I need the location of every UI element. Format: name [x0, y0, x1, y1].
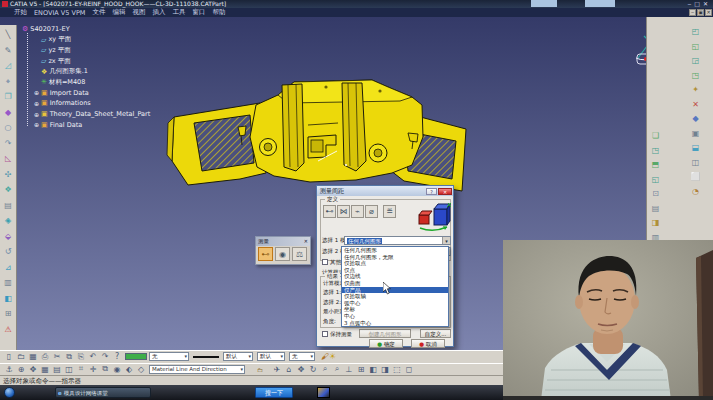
- toolbar-icon[interactable]: ○: [2, 120, 15, 136]
- tree-item[interactable]: ⊕ ▣ Final Data: [22, 119, 167, 130]
- new-icon[interactable]: ▯: [3, 352, 15, 361]
- toolbar-icon[interactable]: ⊕: [15, 365, 27, 374]
- light-icon[interactable]: ☀: [329, 352, 336, 361]
- point-style-combo[interactable]: 默认: [257, 352, 285, 361]
- media-app-icon[interactable]: [317, 387, 330, 398]
- dropdown-option[interactable]: 任何几何图形: [342, 247, 448, 254]
- menu-item[interactable]: 开始: [14, 8, 27, 17]
- expander-icon[interactable]: ⊕: [34, 121, 41, 128]
- toolbar-icon[interactable]: ⚠: [2, 322, 15, 338]
- menu-item[interactable]: ENOVIA V5 VPM: [34, 9, 85, 17]
- taskbar-app-button[interactable]: e模具设计网络课堂: [55, 387, 151, 398]
- dropdown-option[interactable]: 仅拾取点: [342, 260, 448, 267]
- fit-all-icon[interactable]: ⌂: [283, 365, 295, 374]
- toolbar-icon[interactable]: ◈: [2, 213, 15, 229]
- toolbar-icon[interactable]: ⌗: [75, 364, 87, 374]
- help-icon[interactable]: ?: [426, 188, 437, 195]
- copy-icon[interactable]: ⧉: [63, 352, 75, 362]
- tree-item[interactable]: ✳ 材料=M408: [22, 77, 167, 88]
- close-icon[interactable]: ✕: [304, 237, 308, 246]
- tree-item[interactable]: ⊕ ▣ Import Data: [22, 88, 167, 99]
- toolbar-icon[interactable]: ↺: [2, 244, 15, 260]
- layer-combo[interactable]: 无: [149, 352, 189, 361]
- toolbar-icon[interactable]: ⬖: [123, 365, 135, 374]
- dropdown-option[interactable]: 任何几何图形，无限: [342, 254, 448, 261]
- dropdown-option[interactable]: 仅拾取轴: [342, 293, 448, 300]
- redo-icon[interactable]: ↷: [99, 352, 111, 361]
- toolbar-icon[interactable]: ✥: [27, 365, 39, 374]
- toolbar-icon[interactable]: ◳: [649, 143, 662, 158]
- mdi-controls[interactable]: ‒▣✕: [689, 9, 712, 16]
- toolbar-icon[interactable]: ↷: [2, 136, 15, 152]
- tree-item[interactable]: ▱ xy 平面: [22, 35, 167, 46]
- hide-show-icon[interactable]: ⬚: [391, 365, 403, 374]
- toolbar-icon[interactable]: ◨: [649, 215, 662, 230]
- toolbar-icon[interactable]: ◔: [689, 184, 702, 199]
- cut-icon[interactable]: ✂: [51, 352, 63, 361]
- ok-button[interactable]: ● 确定: [369, 339, 403, 348]
- toolbar-icon[interactable]: ❏: [649, 128, 662, 143]
- toolbar-icon[interactable]: ◫: [63, 365, 75, 374]
- start-button[interactable]: [4, 387, 15, 398]
- rotate-icon[interactable]: ↻: [307, 365, 319, 374]
- paste-icon[interactable]: ⎘: [75, 352, 87, 362]
- save-icon[interactable]: ▦: [27, 352, 39, 361]
- tree-item[interactable]: ▱ yz 平面: [22, 45, 167, 56]
- expander-icon[interactable]: ⊕: [34, 89, 41, 96]
- wireframe-icon[interactable]: ◨: [379, 365, 391, 374]
- measure-fan-mode-icon[interactable]: ⌁: [351, 205, 364, 218]
- sel1-mode-combo[interactable]: 任何几何图形: [344, 236, 451, 245]
- swap-space-icon[interactable]: ◻: [403, 365, 415, 374]
- normal-view-icon[interactable]: ⊥: [343, 365, 355, 374]
- menu-item[interactable]: 工具: [172, 8, 185, 17]
- toolbar-icon[interactable]: ▤: [649, 201, 662, 216]
- toolbar-icon[interactable]: ⊞: [2, 306, 15, 322]
- dropdown-option[interactable]: 仅曲面: [342, 280, 448, 287]
- toolbar-icon[interactable]: ⬒: [649, 157, 662, 172]
- toolbar-icon[interactable]: ◱: [689, 39, 702, 54]
- measure-toolbar-title[interactable]: 测量✕: [256, 237, 310, 246]
- toolbar-icon[interactable]: ◧: [2, 291, 15, 307]
- search-button[interactable]: 搜一下: [255, 387, 293, 398]
- undo-icon[interactable]: ↶: [87, 352, 99, 361]
- toolbar-icon[interactable]: ⬜: [689, 169, 702, 184]
- dropdown-option[interactable]: 仅点: [342, 267, 448, 274]
- measure-between-mode-icon[interactable]: ⊷: [323, 205, 336, 218]
- toolbar-icon[interactable]: ▣: [689, 126, 702, 141]
- shading-icon[interactable]: ◧: [367, 365, 379, 374]
- toolbar-icon[interactable]: ⚓: [3, 365, 15, 374]
- open-icon[interactable]: 🗀: [15, 352, 27, 361]
- dropdown-option[interactable]: 仅边线: [342, 273, 448, 280]
- toolbar-icon[interactable]: ◆: [689, 111, 702, 126]
- toolbar-icon[interactable]: ◺: [2, 151, 15, 167]
- dropdown-option[interactable]: 中心: [342, 313, 448, 320]
- menu-item[interactable]: 帮助: [212, 8, 225, 17]
- toolbar-icon[interactable]: ◱: [649, 172, 662, 187]
- toolbar-icon[interactable]: ✣: [2, 167, 15, 183]
- toolbar-icon[interactable]: ⧉: [99, 364, 111, 374]
- zoom-in-icon[interactable]: ⌕: [319, 364, 331, 374]
- toolbar-icon[interactable]: ✎: [2, 43, 15, 59]
- window-controls[interactable]: ‒□✕: [687, 0, 711, 7]
- graphic-color-swatch[interactable]: [125, 353, 147, 360]
- toolbar-icon[interactable]: ▤: [2, 198, 15, 214]
- toolbar-icon[interactable]: ╲: [2, 27, 15, 43]
- expander-icon[interactable]: ⊕: [34, 111, 41, 118]
- render-mode-combo[interactable]: Material Line And Direction: [149, 365, 245, 374]
- toolbar-icon[interactable]: ◆: [2, 105, 15, 121]
- toolbar-icon[interactable]: ⬓: [689, 140, 702, 155]
- dropdown-option[interactable]: 弧中心: [342, 300, 448, 307]
- measure-between-icon[interactable]: ⊷: [258, 247, 273, 261]
- render-style-combo[interactable]: 无: [289, 352, 315, 361]
- cancel-button[interactable]: ● 取消: [411, 339, 445, 348]
- paint-icon[interactable]: 🖌: [321, 352, 329, 361]
- measure-item-icon[interactable]: ◉: [275, 247, 290, 261]
- close-icon[interactable]: ✕: [438, 188, 452, 195]
- menu-item[interactable]: 编辑: [112, 8, 125, 17]
- toolbar-icon[interactable]: ⊿: [2, 260, 15, 276]
- fly-icon[interactable]: ✈: [271, 365, 283, 374]
- expander-icon[interactable]: ⊕: [34, 100, 41, 107]
- tree-item[interactable]: ▱ zx 平面: [22, 56, 167, 67]
- toolbar-icon[interactable]: ❐: [2, 89, 15, 105]
- toolbar-icon[interactable]: ⬙: [2, 229, 15, 245]
